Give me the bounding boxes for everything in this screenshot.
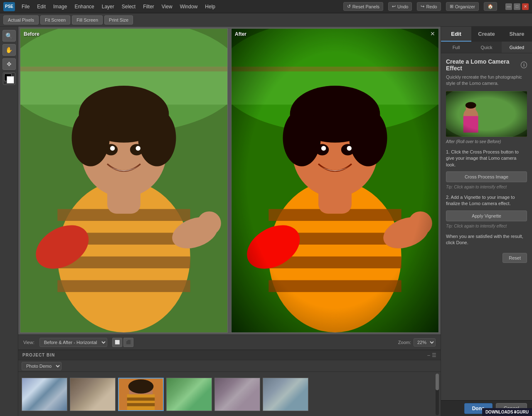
left-toolbar: 🔍 ✋ ✥	[0, 27, 18, 416]
bin-menu-button[interactable]: ☰	[432, 352, 436, 358]
tab-full[interactable]: Full	[441, 42, 471, 53]
svg-point-45	[128, 379, 154, 394]
maximize-button[interactable]: □	[514, 3, 520, 10]
home-button[interactable]: 🏠	[484, 2, 497, 11]
step1-text: 1. Click the Cross Process button to giv…	[446, 149, 527, 168]
menu-window[interactable]: Window	[177, 2, 201, 11]
redo-button[interactable]: ↪ Redo	[417, 2, 441, 11]
thumb-image-1	[22, 378, 67, 411]
menu-edit[interactable]: Edit	[34, 2, 49, 11]
thumbnail-4[interactable]	[166, 378, 212, 411]
svg-point-13	[72, 109, 110, 166]
edit-create-share-tabs: Edit Create Share	[441, 27, 532, 42]
view-select[interactable]: Before & After - Horizontal	[39, 338, 107, 347]
satisfied-text: When you are satisfied with the result, …	[446, 233, 527, 246]
toolbar: Actual Pixels Fit Screen Fill Screen Pri…	[0, 13, 532, 27]
zoom-select[interactable]: 22%	[414, 338, 436, 347]
undo-button[interactable]: ↩ Undo	[388, 2, 412, 11]
undo-icon: ↩	[392, 4, 396, 9]
svg-rect-48	[127, 403, 155, 406]
thumb-image-3	[119, 379, 163, 410]
svg-rect-47	[127, 398, 155, 401]
tab-share[interactable]: Share	[502, 27, 532, 42]
thumbnails-scrollbar[interactable]	[436, 374, 439, 415]
scrollbar-handle	[436, 374, 439, 390]
fill-screen-button[interactable]: Fill Screen	[72, 15, 103, 25]
menu-layer[interactable]: Layer	[99, 2, 118, 11]
thumbnail-5[interactable]	[214, 378, 260, 411]
close-button[interactable]: ✕	[522, 3, 529, 10]
menu-view[interactable]: View	[158, 2, 176, 11]
before-label: Before	[24, 31, 39, 37]
reset-button[interactable]: Reset	[502, 253, 527, 263]
thumb-image-2	[70, 378, 115, 411]
view-icon-2[interactable]: ⬛	[123, 338, 133, 347]
tab-edit[interactable]: Edit	[441, 27, 471, 42]
menu-image[interactable]: Image	[50, 2, 70, 11]
close-icon[interactable]: ✕	[430, 30, 435, 37]
view-icon-1[interactable]: ⬜	[112, 338, 122, 347]
thumbnail-1[interactable]	[22, 378, 67, 411]
menu-file[interactable]: File	[18, 2, 33, 11]
tab-create[interactable]: Create	[471, 27, 502, 42]
info-icon[interactable]: i	[521, 62, 527, 68]
menu-help[interactable]: Help	[202, 2, 219, 11]
zoom-area: Zoom: 22%	[398, 338, 436, 347]
effect-description: Quickly recreate the fun photographic st…	[446, 74, 527, 87]
redo-icon: ↪	[421, 4, 424, 9]
svg-rect-8	[57, 280, 190, 292]
thumbnail-2[interactable]	[70, 378, 116, 411]
effect-title-container: Create a Lomo Camera Effect i	[446, 58, 527, 72]
status-bar: View: Before & After - Horizontal ⬜ ⬛ Zo…	[18, 334, 441, 349]
svg-rect-46	[127, 394, 155, 410]
thumbnail-3[interactable]	[118, 378, 164, 411]
step2-text: 2. Add a Vignette to your image to final…	[446, 194, 527, 207]
menu-select[interactable]: Select	[118, 2, 139, 11]
zoom-tool[interactable]: 🔍	[2, 30, 16, 42]
hand-tool[interactable]: ✋	[2, 44, 16, 56]
thumbnail-6[interactable]	[263, 378, 308, 411]
color-swatch[interactable]	[3, 72, 15, 85]
thumb-svg-3	[119, 379, 163, 410]
reset-panels-button[interactable]: ↺ Reset Panels	[343, 2, 383, 11]
before-image	[20, 29, 227, 332]
bin-collapse-button[interactable]: –	[427, 352, 430, 358]
reset-icon: ↺	[347, 4, 351, 9]
hand-icon: ✋	[5, 47, 12, 53]
print-size-button[interactable]: Print Size	[104, 15, 133, 25]
app-logo: PSE	[3, 2, 15, 11]
photo-demo-select[interactable]: Photo Demo	[22, 362, 62, 370]
home-icon: 🏠	[488, 4, 493, 9]
svg-point-18	[136, 146, 140, 151]
thumb-image-5	[215, 378, 260, 411]
apply-vignette-button[interactable]: Apply Vignette	[446, 210, 527, 221]
view-label: View:	[23, 340, 34, 345]
canvas-area: Before	[18, 27, 441, 334]
view-icons: ⬜ ⬛	[112, 338, 133, 347]
svg-point-17	[110, 146, 115, 151]
svg-rect-3	[20, 67, 227, 71]
mode-tabs: Full Quick Guided	[441, 42, 532, 53]
tip1-text: Tip: Click again to intensify effect	[446, 185, 527, 189]
organizer-button[interactable]: ⊞ Organizer	[446, 2, 479, 11]
cross-process-button[interactable]: Cross Process Image	[446, 171, 527, 182]
title-actions: ↺ Reset Panels ↩ Undo ↪ Redo ⊞ Organizer…	[343, 2, 529, 11]
project-bin-header: PROJECT BIN – ☰	[18, 350, 441, 360]
before-after-container: Before	[18, 27, 441, 334]
right-panel: Edit Create Share Full Quick Guided Crea…	[441, 27, 532, 416]
after-photo-svg	[232, 29, 438, 332]
minimize-button[interactable]: —	[505, 3, 512, 10]
tab-quick[interactable]: Quick	[471, 42, 502, 53]
tab-guided[interactable]: Guided	[502, 42, 532, 53]
project-bin: PROJECT BIN – ☰ Photo Demo	[18, 349, 441, 416]
effect-title-text: Create a Lomo Camera Effect	[446, 58, 521, 72]
move-tool[interactable]: ✥	[2, 58, 16, 70]
fit-screen-button[interactable]: Fit Screen	[40, 15, 70, 25]
menu-filter[interactable]: Filter	[140, 2, 158, 11]
project-bin-toolbar: Photo Demo	[18, 360, 441, 372]
actual-pixels-button[interactable]: Actual Pixels	[3, 15, 39, 25]
menu-enhance[interactable]: Enhance	[71, 2, 97, 11]
tip2-text: Tip: Click again to intensify effect	[446, 224, 527, 228]
preview-svg	[446, 91, 527, 137]
organizer-icon: ⊞	[450, 4, 453, 9]
